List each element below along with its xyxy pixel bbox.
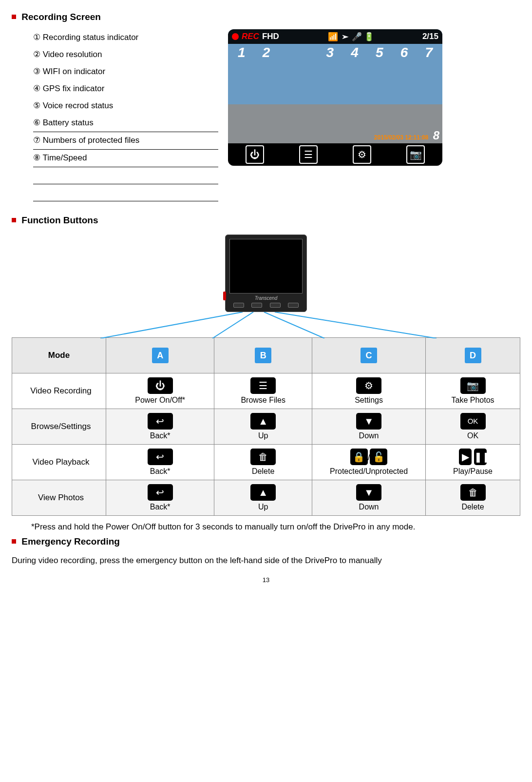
list-item: ① Recording status indicator: [33, 29, 218, 46]
device-btn-d: [288, 303, 299, 308]
list-item: ⑦ Numbers of protected files: [33, 132, 218, 150]
play-icon: ▶: [459, 449, 472, 465]
pause-icon: ❚❚: [474, 449, 487, 465]
heading-text: Recording Screen: [21, 12, 101, 22]
table-footnote: *Press and hold the Power On/Off button …: [31, 521, 520, 533]
up-icon: ▲: [250, 413, 276, 430]
gear-icon: ⚙: [356, 377, 381, 394]
list-item: ③ WIFI on indicator: [33, 63, 218, 80]
device-btn-a: [233, 303, 244, 308]
camera-icon: 📷: [460, 377, 486, 394]
table-header-c: C: [312, 338, 426, 373]
up-icon: ▲: [250, 484, 276, 501]
svg-line-2: [264, 312, 324, 338]
record-dot-icon: [232, 33, 239, 40]
table-row: Browse/Settings ↩Back* ▲Up ▼Down OKOK: [12, 409, 520, 445]
back-icon: ↩: [148, 484, 173, 501]
gear-icon: ⚙: [353, 145, 371, 164]
table-row: Video Recording ⏻Power On/Off* ☰Browse F…: [12, 373, 520, 409]
connector-lines: [52, 312, 480, 338]
device-illustration: Transcend: [225, 233, 307, 312]
page-number: 13: [12, 576, 520, 584]
gps-icon: ➢: [340, 32, 350, 42]
trash-icon: 🗑: [460, 484, 486, 501]
callout-numbers: 1 2 3 4 5 6 7: [228, 45, 442, 60]
timestamp: 2015/02/03 12:11:08 8: [374, 129, 439, 142]
device-btn-c: [270, 303, 281, 308]
table-row: View Photos ↩Back* ▲Up ▼Down 🗑Delete: [12, 480, 520, 516]
device-btn-b: [251, 303, 262, 308]
rec-text: REC: [242, 32, 259, 41]
emergency-button-icon: [223, 292, 226, 300]
down-icon: ▼: [356, 484, 381, 501]
mode-cell: Video Playback: [12, 445, 106, 480]
down-icon: ▼: [356, 413, 381, 430]
ok-icon: OK: [460, 413, 486, 430]
indicator-list: ① Recording status indicator ② Video res…: [12, 29, 218, 201]
brand-label: Transcend: [229, 295, 303, 301]
list-item: [33, 184, 218, 201]
power-icon: ⏻: [246, 145, 264, 164]
back-icon: ↩: [148, 449, 173, 465]
bullet-icon: [12, 15, 16, 19]
mode-cell: Video Recording: [12, 373, 106, 409]
back-icon: ↩: [148, 413, 173, 430]
resolution-text: FHD: [262, 32, 279, 41]
screen-bottom-bar: ⏻ ☰ ⚙ 📷: [228, 143, 442, 166]
table-header-d: D: [426, 338, 520, 373]
table-header-b: B: [214, 338, 312, 373]
unlock-icon: 🔓: [370, 449, 387, 465]
camera-icon: 📷: [406, 145, 425, 164]
svg-line-0: [100, 312, 243, 338]
list-item: ⑧ Time/Speed: [33, 150, 218, 167]
bullet-icon: [12, 539, 16, 544]
trash-icon: 🗑: [250, 449, 276, 465]
svg-line-1: [212, 312, 253, 338]
wifi-icon: 📶: [328, 32, 338, 42]
section-title-functions: Function Buttons: [12, 215, 520, 226]
emergency-body: During video recording, press the emerge…: [12, 554, 520, 568]
table-header-a: A: [106, 338, 214, 373]
dashcam-screen: REC FHD 📶 ➢ 🎤 🔋 2/15 1 2 3 4 5 6 7: [228, 29, 442, 166]
table-row: Video Playback ↩Back* 🗑Delete 🔒/🔓 Protec…: [12, 445, 520, 480]
list-item: ② Video resolution: [33, 46, 218, 63]
section-title-recording: Recording Screen: [12, 12, 520, 22]
list-icon: ☰: [250, 377, 276, 394]
bullet-icon: [12, 218, 16, 222]
list-item: [33, 167, 218, 184]
table-header-mode: Mode: [12, 338, 106, 373]
power-icon: ⏻: [148, 377, 173, 394]
list-icon: ☰: [299, 145, 318, 164]
heading-text: Function Buttons: [21, 215, 98, 225]
list-item: ④ GPS fix indicator: [33, 80, 218, 98]
section-title-emergency: Emergency Recording: [12, 536, 520, 547]
mic-icon: 🎤: [352, 32, 361, 42]
function-buttons-table: Mode A B C D Video Recording ⏻Power On/O…: [12, 337, 520, 516]
list-item: ⑥ Battery status: [33, 115, 218, 132]
mode-cell: View Photos: [12, 480, 106, 516]
mode-cell: Browse/Settings: [12, 409, 106, 445]
list-item: ⑤ Voice recrod status: [33, 98, 218, 115]
lock-icon: 🔒: [350, 449, 368, 465]
heading-text: Emergency Recording: [21, 536, 120, 547]
battery-icon: 🔋: [364, 32, 374, 42]
svg-line-3: [275, 312, 437, 338]
protected-count: 2/15: [422, 32, 438, 41]
